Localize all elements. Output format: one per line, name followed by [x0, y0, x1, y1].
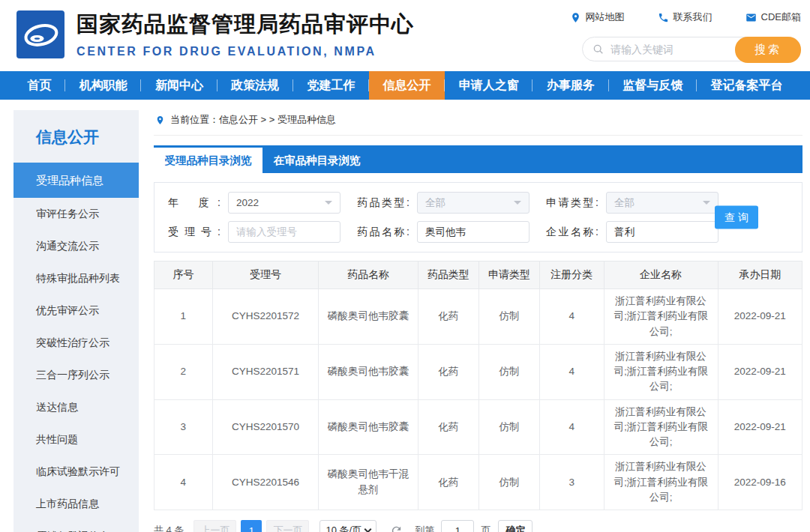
nav-item[interactable]: 首页: [14, 71, 65, 100]
table-row[interactable]: 1 CYHS2201572 磷酸奥司他韦胶囊 化药 仿制 4 浙江普利药业有限公…: [154, 289, 802, 345]
nav-item[interactable]: 党建工作: [293, 71, 369, 100]
site-title: 国家药品监督管理局药品审评中心: [76, 10, 414, 40]
cell-company: 浙江普利药业有限公司;浙江普利药业有限公司;: [604, 289, 718, 345]
drug-type-select[interactable]: 全部: [417, 192, 530, 214]
column-header: 序号: [154, 262, 213, 289]
sidebar-item[interactable]: 特殊审批品种列表: [14, 262, 139, 294]
contact-link[interactable]: 联系我们: [658, 10, 712, 24]
header-row: 序号受理号药品名称药品类型申请类型注册分类企业名称承办日期: [154, 262, 802, 289]
year-value: 2022: [236, 197, 259, 208]
company-label: 企业名称:: [546, 226, 598, 239]
sidebar-item[interactable]: 优先审评公示: [14, 294, 139, 327]
sidebar-item[interactable]: 临床试验默示许可: [14, 456, 139, 488]
accept-no-input[interactable]: [228, 221, 340, 243]
apply-type-filter: 申请类型: 全部: [546, 192, 718, 214]
prev-page-button[interactable]: 上一页: [194, 520, 236, 532]
goto-page-input[interactable]: [441, 520, 474, 532]
page-size-value: 10 条/页: [326, 524, 362, 532]
contact-label: 联系我们: [674, 10, 712, 24]
cell-index: 2: [154, 344, 213, 399]
column-header: 承办日期: [718, 262, 802, 289]
phone-icon: [658, 12, 669, 23]
sidebar-item[interactable]: 突破性治疗公示: [14, 327, 139, 359]
sidebar-item[interactable]: 沟通交流公示: [14, 230, 139, 262]
sidebar-item[interactable]: 审评任务公示: [14, 198, 139, 230]
nav-item[interactable]: 政策法规: [218, 71, 293, 100]
cell-index: 1: [154, 289, 213, 345]
chevron-down-icon: [364, 525, 372, 532]
site-header: 国家药品监督管理局药品审评中心 CENTER FOR DRUG EVALUATI…: [0, 0, 810, 71]
page-number-button[interactable]: 1: [241, 520, 262, 532]
table-body: 1 CYHS2201572 磷酸奥司他韦胶囊 化药 仿制 4 浙江普利药业有限公…: [154, 289, 802, 510]
top-utility-links: 网站地图 联系我们 CDE邮箱: [570, 10, 801, 24]
cell-drug-type: 化药: [418, 344, 478, 399]
tab[interactable]: 受理品种目录浏览: [154, 148, 262, 173]
table-row[interactable]: 4 CYHS2201546 磷酸奥司他韦干混悬剂 化药 仿制 3 浙江普利药业有…: [154, 455, 802, 510]
breadcrumb-text: 当前位置：信息公开 > > 受理品种信息: [170, 113, 336, 127]
column-header: 注册分类: [540, 262, 604, 289]
company-input[interactable]: [606, 221, 718, 243]
pagination: 共 4 条 上一页 1 下一页 10 条/页 到第 页 确定: [154, 520, 802, 532]
sidebar-item[interactable]: 受理品种信息: [14, 163, 139, 198]
nav-item[interactable]: 办事服务: [532, 71, 608, 100]
results-table: 序号受理号药品名称药品类型申请类型注册分类企业名称承办日期 1 CYHS2201…: [154, 261, 802, 510]
cell-accept-no: CYHS2201572: [212, 289, 319, 345]
content-area: 信息公开 受理品种信息 审评任务公示 沟通交流公示 特殊审批品种列表 优先审评公…: [0, 100, 810, 532]
site-search: 搜索: [582, 37, 801, 61]
company-filter: 企业名称:: [546, 221, 718, 243]
cell-date: 2022-09-21: [718, 399, 802, 455]
site-title-block: 国家药品监督管理局药品审评中心 CENTER FOR DRUG EVALUATI…: [76, 10, 414, 58]
nav-item[interactable]: 监督与反馈: [609, 71, 697, 100]
page-size-select[interactable]: 10 条/页: [320, 520, 376, 532]
cell-reg-class: 4: [540, 399, 604, 455]
cde-logo: [16, 10, 64, 58]
mail-icon: [746, 12, 757, 23]
sidebar-item[interactable]: 送达信息: [14, 391, 139, 423]
next-page-button[interactable]: 下一页: [266, 520, 309, 532]
refresh-icon: [390, 525, 403, 532]
filter-panel: 年 度: 2022 药品类型: 全部 申请类: [154, 182, 802, 253]
cell-apply-type: 仿制: [478, 289, 539, 345]
table-row[interactable]: 3 CYHS2201570 磷酸奥司他韦胶囊 化药 仿制 4 浙江普利药业有限公…: [154, 399, 802, 455]
cell-company: 浙江普利药业有限公司;浙江普利药业有限公司;: [604, 455, 718, 510]
query-button[interactable]: 查询: [715, 206, 758, 229]
nav-item[interactable]: 登记备案平台: [697, 71, 796, 100]
tab-bar: 受理品种目录浏览 在审品种目录浏览: [154, 145, 802, 173]
sidebar-item[interactable]: 三合一序列公示: [14, 359, 139, 391]
drug-name-input[interactable]: [417, 221, 530, 243]
column-header: 药品类型: [418, 262, 478, 289]
nav-item[interactable]: 机构职能: [65, 71, 141, 100]
nav-item[interactable]: 信息公开: [369, 71, 445, 100]
year-select[interactable]: 2022: [228, 192, 340, 214]
table-row[interactable]: 2 CYHS2201571 磷酸奥司他韦胶囊 化药 仿制 4 浙江普利药业有限公…: [154, 344, 802, 399]
sidebar-item[interactable]: 原辅包登记信息: [14, 520, 139, 532]
cell-date: 2022-09-21: [718, 289, 802, 345]
nav-item[interactable]: 新闻中心: [141, 71, 217, 100]
refresh-button[interactable]: [390, 525, 403, 532]
search-button[interactable]: 搜索: [735, 37, 801, 63]
column-header: 药品名称: [319, 262, 418, 289]
cell-accept-no: CYHS2201571: [212, 344, 319, 399]
goto-suffix: 页: [481, 524, 490, 532]
mailbox-label: CDE邮箱: [761, 10, 801, 24]
cell-drug-name: 磷酸奥司他韦干混悬剂: [319, 455, 418, 510]
apply-type-select[interactable]: 全部: [606, 192, 718, 214]
chevron-down-icon: [514, 201, 521, 208]
year-filter: 年 度: 2022: [168, 192, 340, 214]
mailbox-link[interactable]: CDE邮箱: [746, 10, 801, 24]
column-header: 申请类型: [478, 262, 539, 289]
tab[interactable]: 在审品种目录浏览: [262, 148, 371, 173]
sidebar-item[interactable]: 共性问题: [14, 423, 139, 456]
cell-index: 4: [154, 455, 213, 510]
cell-drug-type: 化药: [418, 455, 478, 510]
page: 国家药品监督管理局药品审评中心 CENTER FOR DRUG EVALUATI…: [0, 0, 810, 532]
nav-item[interactable]: 申请人之窗: [445, 71, 532, 100]
cell-accept-no: CYHS2201570: [212, 399, 319, 455]
table-header: 序号受理号药品名称药品类型申请类型注册分类企业名称承办日期: [154, 262, 802, 289]
cell-reg-class: 4: [540, 289, 604, 345]
sitemap-link[interactable]: 网站地图: [570, 10, 625, 24]
sidebar-item[interactable]: 上市药品信息: [14, 488, 139, 520]
main-panel: 当前位置：信息公开 > > 受理品种信息 受理品种目录浏览 在审品种目录浏览 年…: [154, 110, 802, 532]
cell-drug-name: 磷酸奥司他韦胶囊: [319, 344, 418, 399]
confirm-button[interactable]: 确定: [498, 520, 532, 532]
